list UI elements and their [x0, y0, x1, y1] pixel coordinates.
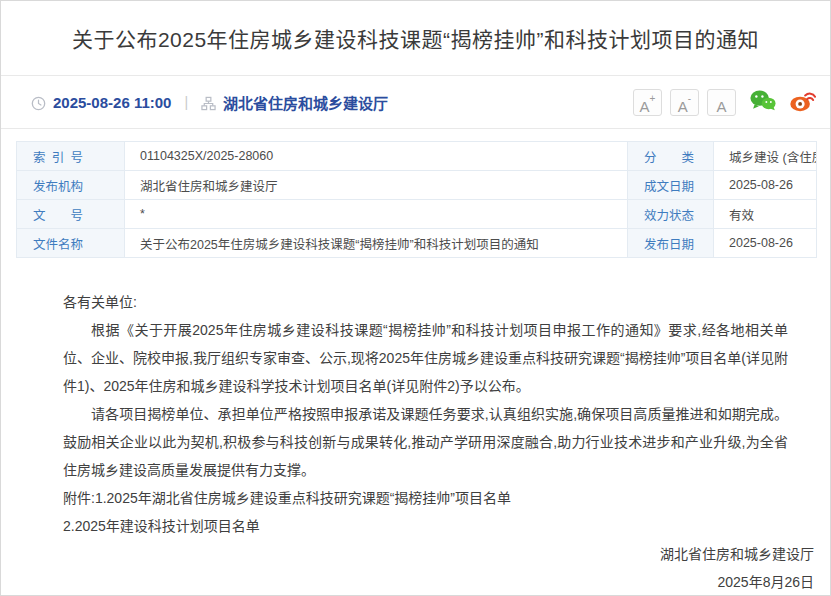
table-row: 文件名称 关于公布2025年住房城乡建设科技课题“揭榜挂帅”和科技计划项目的通知…	[17, 229, 817, 258]
field-label-document-title: 文件名称	[17, 229, 125, 258]
attachments-label: 附件:	[63, 490, 95, 506]
publish-datetime: 2025-08-26 11:00	[53, 94, 171, 111]
field-value-publish-date: 2025-08-26	[714, 229, 817, 258]
field-value-index-number: 01104325X/2025-28060	[125, 142, 628, 171]
field-value-document-title: 关于公布2025年住房城乡建设科技课题“揭榜挂帅”和科技计划项目的通知	[125, 229, 628, 258]
toolbar: A+ A- A	[625, 89, 816, 116]
field-label-category: 分类	[628, 142, 714, 171]
field-label-written-date: 成文日期	[628, 171, 714, 200]
page-title: 关于公布2025年住房城乡建设科技课题“揭榜挂帅”和科技计划项目的通知	[72, 23, 759, 53]
wechat-share-button[interactable]	[749, 89, 776, 116]
field-label-issuing-agency: 发布机构	[17, 171, 125, 200]
wechat-icon	[749, 89, 776, 116]
paragraph-1: 根据《关于开展2025年住房城乡建设科技课题“揭榜挂帅”和科技计划项目申报工作的…	[63, 316, 788, 400]
font-size-decrease-button[interactable]: A-	[670, 89, 699, 116]
table-row: 文号 * 效力状态 有效	[17, 200, 817, 229]
weibo-share-button[interactable]	[789, 89, 816, 116]
salutation: 各有关单位:	[63, 288, 788, 316]
clock-icon	[31, 96, 46, 111]
signature-agency: 湖北省住房和城乡建设厅	[63, 540, 814, 568]
field-label-publish-date: 发布日期	[628, 229, 714, 258]
title-area: 关于公布2025年住房城乡建设科技课题“揭榜挂帅”和科技计划项目的通知	[1, 1, 830, 76]
field-label-index-number: 索引号	[17, 142, 125, 171]
weibo-icon	[789, 89, 816, 116]
attachment-item-1: 1.2025年湖北省住房城乡建设重点科技研究课题“揭榜挂帅”项目名单	[95, 490, 511, 506]
notice-page: 关于公布2025年住房城乡建设科技课题“揭榜挂帅”和科技计划项目的通知 2025…	[0, 0, 831, 596]
field-value-validity-status: 有效	[714, 200, 817, 229]
field-value-written-date: 2025-08-26	[714, 171, 817, 200]
paragraph-2: 请各项目揭榜单位、承担单位严格按照申报承诺及课题任务要求,认真组织实施,确保项目…	[63, 400, 788, 484]
font-size-increase-button[interactable]: A+	[633, 89, 662, 116]
document-info-table: 索引号 01104325X/2025-28060 分类 城乡建设 (含住房) 发…	[16, 141, 817, 258]
source-agency: 湖北省住房和城乡建设厅	[223, 92, 388, 113]
meta-info: 2025-08-26 11:00 | 湖北省住房和城乡建设厅	[31, 92, 388, 113]
field-value-document-number: *	[125, 200, 628, 229]
field-label-document-number: 文号	[17, 200, 125, 229]
table-row: 发布机构 湖北省住房和城乡建设厅 成文日期 2025-08-26	[17, 171, 817, 200]
font-size-reset-button[interactable]: A	[707, 89, 736, 116]
attachment-line-1: 附件:1.2025年湖北省住房城乡建设重点科技研究课题“揭榜挂帅”项目名单	[63, 484, 788, 512]
meta-bar: 2025-08-26 11:00 | 湖北省住房和城乡建设厅 A+ A- A	[1, 76, 830, 129]
meta-separator: |	[184, 94, 188, 110]
article-body: 各有关单位: 根据《关于开展2025年住房城乡建设科技课题“揭榜挂帅”和科技计划…	[1, 258, 830, 596]
signature-date: 2025年8月26日	[63, 568, 814, 596]
field-value-category: 城乡建设 (含住房)	[714, 142, 817, 171]
table-row: 索引号 01104325X/2025-28060 分类 城乡建设 (含住房)	[17, 142, 817, 171]
attachment-item-2: 2.2025年建设科技计划项目名单	[63, 512, 788, 540]
field-value-issuing-agency: 湖北省住房和城乡建设厅	[125, 171, 628, 200]
sitemap-icon	[201, 96, 216, 111]
field-label-validity-status: 效力状态	[628, 200, 714, 229]
